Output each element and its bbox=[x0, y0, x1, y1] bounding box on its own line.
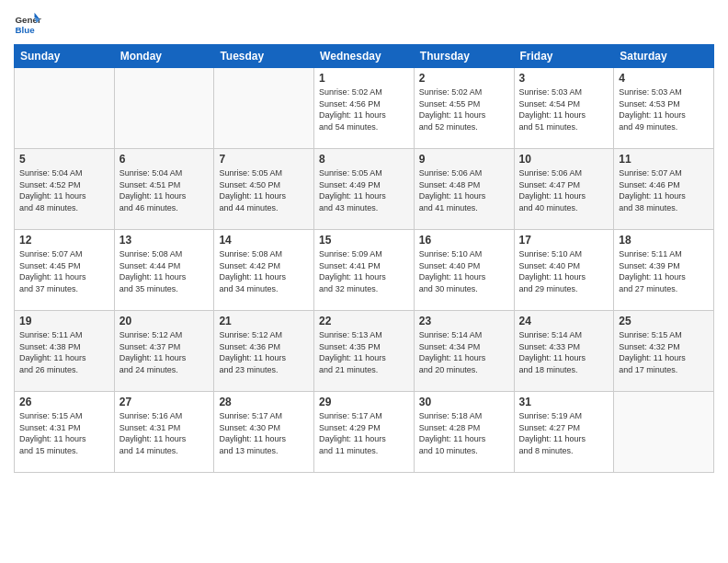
day-number: 5 bbox=[19, 153, 109, 166]
calendar-cell: 12Sunrise: 5:07 AM Sunset: 4:45 PM Dayli… bbox=[15, 230, 115, 311]
cell-info: Sunrise: 5:17 AM Sunset: 4:29 PM Dayligh… bbox=[319, 410, 409, 456]
day-number: 17 bbox=[519, 234, 609, 247]
weekday-header-tuesday: Tuesday bbox=[214, 45, 314, 68]
calendar-cell: 27Sunrise: 5:16 AM Sunset: 4:31 PM Dayli… bbox=[114, 392, 214, 473]
cell-info: Sunrise: 5:10 AM Sunset: 4:40 PM Dayligh… bbox=[419, 248, 509, 294]
day-number: 16 bbox=[419, 234, 509, 247]
calendar-cell: 2Sunrise: 5:02 AM Sunset: 4:55 PM Daylig… bbox=[414, 68, 514, 149]
cell-info: Sunrise: 5:11 AM Sunset: 4:39 PM Dayligh… bbox=[619, 248, 709, 294]
day-number: 2 bbox=[419, 72, 509, 85]
cell-info: Sunrise: 5:08 AM Sunset: 4:42 PM Dayligh… bbox=[219, 248, 309, 294]
logo-icon: General Blue bbox=[14, 9, 41, 37]
day-number: 8 bbox=[319, 153, 409, 166]
day-number: 6 bbox=[119, 153, 210, 166]
calendar-cell: 21Sunrise: 5:12 AM Sunset: 4:36 PM Dayli… bbox=[214, 311, 314, 392]
calendar-cell bbox=[214, 68, 314, 149]
cell-info: Sunrise: 5:08 AM Sunset: 4:44 PM Dayligh… bbox=[119, 248, 210, 294]
cell-info: Sunrise: 5:12 AM Sunset: 4:37 PM Dayligh… bbox=[119, 329, 210, 375]
cell-info: Sunrise: 5:12 AM Sunset: 4:36 PM Dayligh… bbox=[219, 329, 309, 375]
day-number: 12 bbox=[19, 234, 109, 247]
day-number: 26 bbox=[19, 396, 109, 408]
calendar-cell: 20Sunrise: 5:12 AM Sunset: 4:37 PM Dayli… bbox=[114, 311, 214, 392]
week-row-1: 1Sunrise: 5:02 AM Sunset: 4:56 PM Daylig… bbox=[15, 68, 714, 149]
calendar-cell: 18Sunrise: 5:11 AM Sunset: 4:39 PM Dayli… bbox=[614, 230, 714, 311]
day-number: 31 bbox=[519, 396, 609, 408]
cell-info: Sunrise: 5:06 AM Sunset: 4:47 PM Dayligh… bbox=[519, 167, 609, 213]
day-number: 15 bbox=[319, 234, 409, 247]
calendar-cell: 7Sunrise: 5:05 AM Sunset: 4:50 PM Daylig… bbox=[214, 149, 314, 230]
calendar-cell bbox=[114, 68, 214, 149]
calendar-cell: 26Sunrise: 5:15 AM Sunset: 4:31 PM Dayli… bbox=[15, 392, 115, 473]
weekday-header-thursday: Thursday bbox=[414, 45, 514, 68]
week-row-3: 12Sunrise: 5:07 AM Sunset: 4:45 PM Dayli… bbox=[15, 230, 714, 311]
cell-info: Sunrise: 5:17 AM Sunset: 4:30 PM Dayligh… bbox=[219, 410, 309, 456]
day-number: 18 bbox=[619, 234, 709, 247]
cell-info: Sunrise: 5:19 AM Sunset: 4:27 PM Dayligh… bbox=[519, 410, 609, 456]
cell-info: Sunrise: 5:14 AM Sunset: 4:33 PM Dayligh… bbox=[519, 329, 609, 375]
svg-text:Blue: Blue bbox=[16, 25, 36, 35]
cell-info: Sunrise: 5:13 AM Sunset: 4:35 PM Dayligh… bbox=[319, 329, 409, 375]
logo: General Blue bbox=[14, 9, 41, 37]
day-number: 1 bbox=[319, 72, 409, 85]
day-number: 4 bbox=[619, 72, 709, 85]
day-number: 28 bbox=[219, 396, 309, 408]
weekday-header-wednesday: Wednesday bbox=[314, 45, 415, 68]
cell-info: Sunrise: 5:15 AM Sunset: 4:31 PM Dayligh… bbox=[19, 410, 109, 456]
day-number: 19 bbox=[19, 315, 109, 327]
calendar-cell bbox=[15, 68, 115, 149]
calendar-cell: 16Sunrise: 5:10 AM Sunset: 4:40 PM Dayli… bbox=[414, 230, 514, 311]
page-header: General Blue bbox=[14, 9, 714, 37]
calendar-cell: 31Sunrise: 5:19 AM Sunset: 4:27 PM Dayli… bbox=[514, 392, 614, 473]
week-row-2: 5Sunrise: 5:04 AM Sunset: 4:52 PM Daylig… bbox=[15, 149, 714, 230]
calendar-cell: 23Sunrise: 5:14 AM Sunset: 4:34 PM Dayli… bbox=[414, 311, 514, 392]
day-number: 13 bbox=[119, 234, 210, 247]
cell-info: Sunrise: 5:02 AM Sunset: 4:55 PM Dayligh… bbox=[419, 86, 509, 132]
weekday-header-row: SundayMondayTuesdayWednesdayThursdayFrid… bbox=[15, 45, 714, 68]
calendar-cell: 3Sunrise: 5:03 AM Sunset: 4:54 PM Daylig… bbox=[514, 68, 614, 149]
calendar-cell: 30Sunrise: 5:18 AM Sunset: 4:28 PM Dayli… bbox=[414, 392, 514, 473]
day-number: 14 bbox=[219, 234, 309, 247]
cell-info: Sunrise: 5:05 AM Sunset: 4:50 PM Dayligh… bbox=[219, 167, 309, 213]
cell-info: Sunrise: 5:14 AM Sunset: 4:34 PM Dayligh… bbox=[419, 329, 509, 375]
calendar-cell: 25Sunrise: 5:15 AM Sunset: 4:32 PM Dayli… bbox=[614, 311, 714, 392]
day-number: 7 bbox=[219, 153, 309, 166]
day-number: 10 bbox=[519, 153, 609, 166]
day-number: 30 bbox=[419, 396, 509, 408]
cell-info: Sunrise: 5:07 AM Sunset: 4:46 PM Dayligh… bbox=[619, 167, 709, 213]
cell-info: Sunrise: 5:04 AM Sunset: 4:52 PM Dayligh… bbox=[19, 167, 109, 213]
day-number: 29 bbox=[319, 396, 409, 408]
calendar-cell: 28Sunrise: 5:17 AM Sunset: 4:30 PM Dayli… bbox=[214, 392, 314, 473]
calendar-cell: 22Sunrise: 5:13 AM Sunset: 4:35 PM Dayli… bbox=[314, 311, 415, 392]
cell-info: Sunrise: 5:04 AM Sunset: 4:51 PM Dayligh… bbox=[119, 167, 210, 213]
page-container: General Blue SundayMondayTuesdayWednesda… bbox=[0, 0, 728, 563]
calendar-table: SundayMondayTuesdayWednesdayThursdayFrid… bbox=[14, 44, 714, 473]
cell-info: Sunrise: 5:03 AM Sunset: 4:53 PM Dayligh… bbox=[619, 86, 709, 132]
day-number: 9 bbox=[419, 153, 509, 166]
cell-info: Sunrise: 5:15 AM Sunset: 4:32 PM Dayligh… bbox=[619, 329, 709, 375]
calendar-cell: 8Sunrise: 5:05 AM Sunset: 4:49 PM Daylig… bbox=[314, 149, 415, 230]
cell-info: Sunrise: 5:07 AM Sunset: 4:45 PM Dayligh… bbox=[19, 248, 109, 294]
day-number: 23 bbox=[419, 315, 509, 327]
cell-info: Sunrise: 5:10 AM Sunset: 4:40 PM Dayligh… bbox=[519, 248, 609, 294]
calendar-cell: 17Sunrise: 5:10 AM Sunset: 4:40 PM Dayli… bbox=[514, 230, 614, 311]
weekday-header-monday: Monday bbox=[114, 45, 214, 68]
calendar-cell: 6Sunrise: 5:04 AM Sunset: 4:51 PM Daylig… bbox=[114, 149, 214, 230]
calendar-cell: 14Sunrise: 5:08 AM Sunset: 4:42 PM Dayli… bbox=[214, 230, 314, 311]
cell-info: Sunrise: 5:16 AM Sunset: 4:31 PM Dayligh… bbox=[119, 410, 210, 456]
day-number: 20 bbox=[119, 315, 210, 327]
cell-info: Sunrise: 5:18 AM Sunset: 4:28 PM Dayligh… bbox=[419, 410, 509, 456]
weekday-header-sunday: Sunday bbox=[15, 45, 115, 68]
weekday-header-saturday: Saturday bbox=[614, 45, 714, 68]
cell-info: Sunrise: 5:02 AM Sunset: 4:56 PM Dayligh… bbox=[319, 86, 409, 132]
calendar-cell: 10Sunrise: 5:06 AM Sunset: 4:47 PM Dayli… bbox=[514, 149, 614, 230]
day-number: 25 bbox=[619, 315, 709, 327]
calendar-cell: 11Sunrise: 5:07 AM Sunset: 4:46 PM Dayli… bbox=[614, 149, 714, 230]
calendar-cell: 13Sunrise: 5:08 AM Sunset: 4:44 PM Dayli… bbox=[114, 230, 214, 311]
day-number: 3 bbox=[519, 72, 609, 85]
cell-info: Sunrise: 5:09 AM Sunset: 4:41 PM Dayligh… bbox=[319, 248, 409, 294]
day-number: 24 bbox=[519, 315, 609, 327]
cell-info: Sunrise: 5:03 AM Sunset: 4:54 PM Dayligh… bbox=[519, 86, 609, 132]
weekday-header-friday: Friday bbox=[514, 45, 614, 68]
cell-info: Sunrise: 5:11 AM Sunset: 4:38 PM Dayligh… bbox=[19, 329, 109, 375]
calendar-cell: 9Sunrise: 5:06 AM Sunset: 4:48 PM Daylig… bbox=[414, 149, 514, 230]
